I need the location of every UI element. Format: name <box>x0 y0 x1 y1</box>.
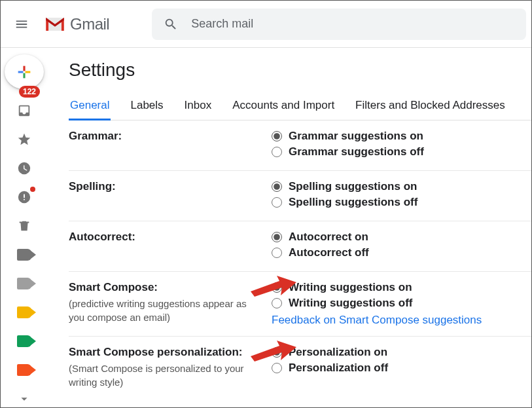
hamburger-icon <box>14 17 29 31</box>
sidebar-label-3[interactable] <box>11 304 37 321</box>
sidebar-item-trash[interactable] <box>11 217 37 234</box>
sidebar-item-starred[interactable] <box>11 131 37 148</box>
inbox-count-badge: 122 <box>19 86 40 98</box>
setting-label: Spelling: <box>69 180 272 193</box>
main-menu-button[interactable] <box>6 9 37 40</box>
sidebar-label-1[interactable] <box>11 246 37 263</box>
search-input[interactable] <box>191 17 514 31</box>
settings-tabs: General Labels Inbox Accounts and Import… <box>69 92 531 121</box>
setting-label: Smart Compose personalization: (Smart Co… <box>69 346 272 389</box>
option-label: Writing suggestions off <box>289 297 413 310</box>
setting-label: Smart Compose: (predictive writing sugge… <box>69 281 272 324</box>
main-content: Settings General Labels Inbox Accounts a… <box>48 48 531 407</box>
gmail-logo-text: Gmail <box>70 15 109 33</box>
search-bar[interactable] <box>152 9 526 40</box>
smart-compose-feedback-link[interactable]: Feedback on Smart Compose suggestions <box>272 314 482 327</box>
label-sub: (Smart Compose is personalized to your w… <box>69 362 264 389</box>
option-label: Grammar suggestions on <box>289 130 423 143</box>
option-label: Grammar suggestions off <box>289 145 424 158</box>
sidebar-item-snoozed[interactable] <box>11 160 37 177</box>
radio-sc-on[interactable] <box>272 282 282 293</box>
option-label: Autocorrect on <box>289 231 368 244</box>
radio-spelling-on[interactable] <box>272 181 282 192</box>
grammar-off-option[interactable]: Grammar suggestions off <box>272 145 531 158</box>
tab-inbox[interactable]: Inbox <box>183 92 213 120</box>
radio-grammar-off[interactable] <box>272 147 282 157</box>
autocorrect-on-option[interactable]: Autocorrect on <box>272 231 531 244</box>
setting-smart-compose: Smart Compose: (predictive writing sugge… <box>69 272 531 337</box>
setting-smart-personalization: Smart Compose personalization: (Smart Co… <box>69 337 531 396</box>
radio-grammar-on[interactable] <box>272 131 282 141</box>
sidebar: 122 <box>1 48 48 407</box>
autocorrect-off-option[interactable]: Autocorrect off <box>272 246 531 259</box>
label-sub: (predictive writing suggestions appear a… <box>69 297 264 324</box>
radio-scp-on[interactable] <box>272 347 282 358</box>
alert-dot-icon <box>30 187 35 192</box>
radio-autocorrect-off[interactable] <box>272 248 282 258</box>
option-label: Autocorrect off <box>289 246 369 259</box>
tab-general[interactable]: General <box>69 92 111 121</box>
important-icon <box>17 190 31 204</box>
search-icon <box>164 17 178 31</box>
setting-autocorrect: Autocorrect: Autocorrect on Autocorrect … <box>69 221 531 272</box>
chevron-down-icon <box>17 392 31 406</box>
spelling-on-option[interactable]: Spelling suggestions on <box>272 180 531 193</box>
option-label: Spelling suggestions off <box>289 196 417 209</box>
spelling-off-option[interactable]: Spelling suggestions off <box>272 196 531 209</box>
option-label: Personalization off <box>289 362 388 375</box>
personalization-off-option[interactable]: Personalization off <box>272 362 531 375</box>
option-label: Writing suggestions on <box>289 281 412 294</box>
setting-spelling: Spelling: Spelling suggestions on Spelli… <box>69 171 531 221</box>
gmail-logo[interactable]: Gmail <box>44 15 109 33</box>
app-header: Gmail <box>1 1 531 48</box>
tab-filters[interactable]: Filters and Blocked Addresses <box>354 92 506 120</box>
label-text: Smart Compose personalization: <box>69 346 242 358</box>
label-text: Smart Compose: <box>69 281 158 293</box>
sidebar-item-important[interactable] <box>11 189 37 206</box>
sidebar-label-4[interactable] <box>11 333 37 350</box>
smart-compose-off-option[interactable]: Writing suggestions off <box>272 297 531 310</box>
inbox-icon <box>17 103 31 118</box>
sidebar-label-2[interactable] <box>11 275 37 292</box>
radio-autocorrect-on[interactable] <box>272 232 282 242</box>
sidebar-expand[interactable] <box>11 390 37 407</box>
tab-labels[interactable]: Labels <box>129 92 164 120</box>
sidebar-item-inbox[interactable]: 122 <box>11 102 37 119</box>
setting-grammar: Grammar: Grammar suggestions on Grammar … <box>69 121 531 171</box>
compose-button[interactable] <box>5 54 44 89</box>
clock-icon <box>17 161 31 176</box>
sidebar-label-5[interactable] <box>11 362 37 379</box>
personalization-on-option[interactable]: Personalization on <box>272 346 531 359</box>
radio-scp-off[interactable] <box>272 363 282 373</box>
smart-compose-on-option[interactable]: Writing suggestions on <box>272 281 531 294</box>
option-label: Personalization on <box>289 346 387 359</box>
setting-label: Grammar: <box>69 130 272 143</box>
trash-icon <box>17 219 31 233</box>
setting-label: Autocorrect: <box>69 231 272 244</box>
option-label: Spelling suggestions on <box>289 180 417 193</box>
plus-icon <box>15 63 33 81</box>
radio-spelling-off[interactable] <box>272 197 282 208</box>
grammar-on-option[interactable]: Grammar suggestions on <box>272 130 531 143</box>
gmail-icon <box>44 16 66 33</box>
page-title: Settings <box>69 60 531 81</box>
tab-accounts[interactable]: Accounts and Import <box>231 92 336 120</box>
radio-sc-off[interactable] <box>272 298 282 308</box>
star-icon <box>17 132 31 147</box>
